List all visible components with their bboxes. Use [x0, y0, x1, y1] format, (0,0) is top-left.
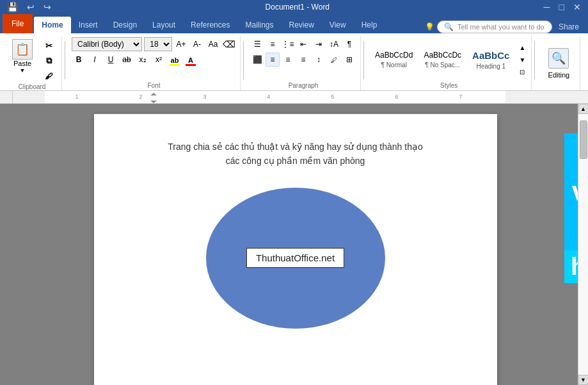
style-nospace-label: ¶ No Spac...	[425, 61, 460, 69]
font-name-select[interactable]: Calibri (Body)	[72, 37, 142, 51]
body-text-span1: Trang chia sẻ các thủ thuật và kỹ năng h…	[168, 142, 422, 152]
align-left-btn[interactable]: ⬛	[250, 53, 264, 67]
style-normal-preview: AaBbCcDd	[375, 51, 413, 60]
tab-layout[interactable]: Layout	[145, 17, 183, 33]
cut-button[interactable]: ✂	[40, 38, 58, 53]
overlay-line-1: Cách	[564, 133, 578, 174]
quick-save-btn[interactable]: 💾	[5, 2, 20, 12]
ruler-corner	[0, 91, 13, 103]
text-highlight-btn[interactable]: ab	[168, 53, 182, 67]
underline-button[interactable]: U	[104, 53, 118, 67]
scroll-up-btn[interactable]: ▲	[578, 104, 589, 114]
strikethrough-btn[interactable]: ab	[120, 53, 134, 67]
divider-3	[363, 41, 364, 79]
tab-home[interactable]: Home	[34, 17, 70, 33]
increase-indent-btn[interactable]: ⇥	[312, 37, 326, 51]
left-margin	[0, 104, 13, 385]
svg-text:4: 4	[267, 94, 270, 100]
scroll-down-btn[interactable]: ▼	[578, 375, 589, 385]
vertical-scrollbar: ▲ ▼	[578, 104, 588, 385]
tell-me-placeholder: Tell me what you want to do	[457, 23, 544, 31]
tab-help[interactable]: Help	[354, 17, 385, 33]
tab-references[interactable]: References	[183, 17, 237, 33]
svg-text:5: 5	[331, 94, 334, 100]
document-title: Document1 - Word	[266, 3, 330, 12]
paragraph-label: Paragraph	[250, 82, 356, 90]
multilevel-btn[interactable]: ⋮≡	[281, 37, 295, 51]
style-nospace-preview: AaBbCcDc	[424, 51, 461, 60]
editing-icon: 🔍	[548, 48, 569, 69]
svg-text:6: 6	[395, 94, 398, 100]
overlay-line-4: hình tròn	[564, 250, 578, 284]
font-color-btn[interactable]: A	[184, 53, 198, 67]
body-text-span2: các công cụ phần mềm văn phòng	[226, 156, 365, 166]
svg-rect-1	[45, 91, 505, 103]
bold-button[interactable]: B	[72, 53, 86, 67]
decrease-indent-btn[interactable]: ⇤	[296, 37, 310, 51]
styles-expand-btn[interactable]: ⊡	[517, 66, 527, 78]
share-button[interactable]: Share	[555, 21, 583, 33]
style-heading1[interactable]: AaBbCc Heading 1	[468, 40, 514, 79]
editing-label: Editing	[548, 71, 570, 79]
shading-btn[interactable]: 🖊	[327, 53, 341, 67]
align-center-btn[interactable]: ≡	[266, 53, 280, 67]
oval-container: ThuthuatOffice.net	[206, 188, 385, 329]
font-size-select[interactable]: 18	[144, 37, 172, 51]
line-spacing-btn[interactable]: ↕	[312, 53, 326, 67]
maximize-btn[interactable]: □	[557, 2, 566, 12]
format-painter-button[interactable]: 🖌	[40, 69, 58, 83]
styles-scroll-buttons: ▲ ▼ ⊡	[517, 42, 527, 78]
show-hide-btn[interactable]: ¶	[342, 37, 356, 51]
font-group: Calibri (Body) 18 A+ A- Aa ⌫ B I U ab x₂…	[68, 36, 241, 90]
tab-view[interactable]: View	[322, 17, 354, 33]
copy-button[interactable]: ⧉	[40, 54, 58, 68]
lightbulb-icon: 💡	[425, 22, 434, 31]
ribbon: 📋 Paste ▼ ✂ ⧉ 🖌 Clipboard Calibri (Body)…	[0, 33, 588, 91]
borders-btn[interactable]: ⊞	[342, 53, 356, 67]
tab-design[interactable]: Design	[106, 17, 145, 33]
justify-btn[interactable]: ≡	[296, 53, 310, 67]
quick-redo-btn[interactable]: ↪	[42, 2, 53, 12]
numbering-btn[interactable]: ≡	[266, 37, 280, 51]
subscript-btn[interactable]: x₂	[136, 53, 150, 67]
styles-up-btn[interactable]: ▲	[517, 42, 527, 53]
superscript-btn[interactable]: x²	[152, 53, 166, 67]
svg-text:2: 2	[139, 94, 142, 100]
tab-insert[interactable]: Insert	[71, 17, 106, 33]
tell-me-input[interactable]: 🔍 Tell me what you want to do	[437, 20, 552, 33]
command-bar: 💾 ↩ ↪ Document1 - Word ─ □ ✕	[0, 0, 588, 14]
bullets-btn[interactable]: ☰	[250, 37, 264, 51]
tab-file[interactable]: File	[3, 14, 33, 33]
ruler-area: 1 2 3 4 5 6 7	[0, 91, 588, 104]
divider-2	[243, 41, 244, 79]
increase-font-btn[interactable]: A+	[174, 37, 188, 51]
divider-4	[534, 41, 535, 79]
scroll-thumb[interactable]	[580, 120, 587, 159]
svg-text:1: 1	[75, 94, 78, 100]
scroll-track[interactable]	[578, 114, 588, 375]
tab-mailings[interactable]: Mailings	[237, 17, 281, 33]
styles-down-btn[interactable]: ▼	[517, 54, 527, 65]
clear-format-btn[interactable]: ⌫	[222, 37, 236, 51]
style-heading1-preview: AaBbCc	[472, 50, 509, 61]
paste-label: Paste	[13, 60, 31, 67]
decrease-font-btn[interactable]: A-	[190, 37, 204, 51]
clipboard-mini-buttons: ✂ ⧉ 🖌	[40, 37, 58, 83]
style-nospace[interactable]: AaBbCcDc ¶ No Spac...	[419, 40, 466, 79]
align-right-btn[interactable]: ≡	[281, 53, 295, 67]
close-btn[interactable]: ✕	[571, 2, 583, 12]
editing-button[interactable]: 🔍 Editing	[543, 44, 575, 83]
paste-button[interactable]: 📋 Paste ▼	[6, 37, 38, 76]
change-case-btn[interactable]: Aa	[206, 37, 220, 51]
overlay-text-container: Cách viết chữ trong hình tròn	[564, 133, 578, 283]
tab-review[interactable]: Review	[281, 17, 321, 33]
style-normal[interactable]: AaBbCcDd ¶ Normal	[370, 40, 417, 79]
quick-undo-btn[interactable]: ↩	[25, 2, 36, 12]
italic-button[interactable]: I	[88, 53, 102, 67]
sort-btn[interactable]: ↕A	[327, 37, 341, 51]
paste-dropdown-icon[interactable]: ▼	[20, 67, 26, 74]
oval-text-box: ThuthuatOffice.net	[246, 248, 344, 268]
minimize-btn[interactable]: ─	[542, 2, 552, 12]
overlay-line-2: viết chữ	[564, 174, 578, 209]
overlay-line-3: trong	[564, 209, 578, 250]
